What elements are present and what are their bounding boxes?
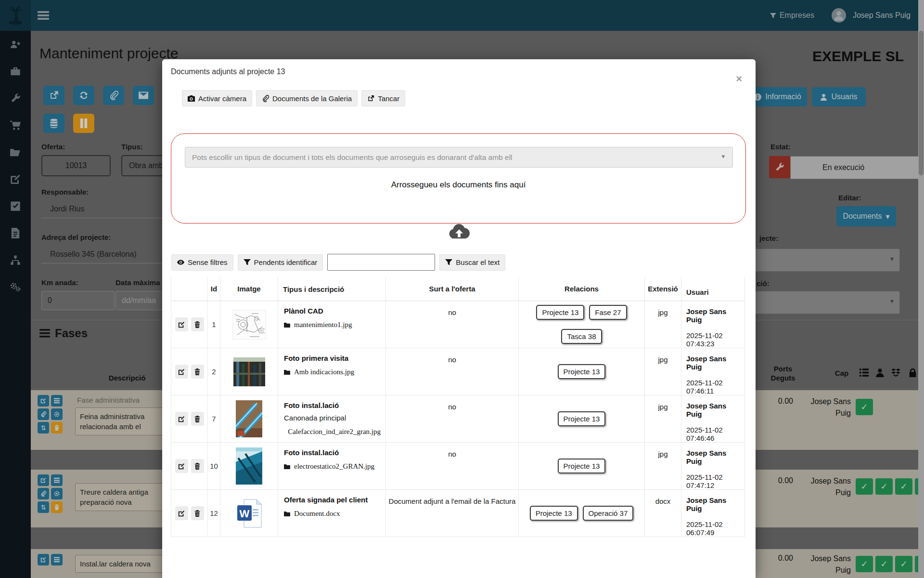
document-filename: Calefaccion_ind_aire2_gran.jpg bbox=[288, 428, 381, 436]
document-title: Plànol CAD bbox=[284, 307, 381, 315]
funnel-icon bbox=[244, 259, 251, 266]
row-id: 10 bbox=[208, 443, 220, 489]
select-placeholder: Pots escollir un tipus de document i tot… bbox=[185, 153, 513, 162]
surt-oferta-value: no bbox=[386, 348, 519, 395]
document-filename: mantenimiento1.jpg bbox=[294, 321, 352, 329]
table-row: 10 Foto instal.lació electroestatico2_GR… bbox=[171, 443, 745, 490]
table-row: 2 Foto primera visita Amb indicacions.jp… bbox=[171, 348, 745, 395]
relation-button[interactable]: Projecte 13 bbox=[558, 364, 606, 379]
edit-row-button[interactable] bbox=[175, 506, 188, 520]
header-id: Id bbox=[208, 277, 220, 301]
document-title: Foto instal.lació bbox=[284, 401, 381, 409]
buscar-el-text-button[interactable]: Buscar el text bbox=[439, 254, 505, 271]
extension-value: docx bbox=[645, 490, 681, 537]
folder-icon bbox=[284, 322, 290, 328]
relation-button[interactable]: Operació 37 bbox=[583, 506, 634, 521]
documents-galeria-button[interactable]: Documents de la Galeria bbox=[256, 90, 358, 106]
document-title: Foto primera visita bbox=[284, 354, 381, 362]
export-icon bbox=[367, 95, 374, 102]
document-thumbnail[interactable] bbox=[233, 357, 265, 386]
edit-row-button[interactable] bbox=[175, 365, 188, 379]
table-row: 12 W Oferta signada pel client Document.… bbox=[171, 490, 745, 537]
pendents-identificar-button[interactable]: Pendents identificar bbox=[238, 254, 323, 271]
edit-row-button[interactable] bbox=[175, 317, 188, 331]
paperclip-icon bbox=[262, 95, 269, 102]
surt-oferta-value: no bbox=[386, 443, 519, 489]
trash-icon bbox=[194, 463, 201, 470]
delete-row-button[interactable] bbox=[191, 317, 204, 331]
document-thumbnail[interactable] bbox=[236, 400, 262, 437]
trash-icon bbox=[194, 321, 201, 328]
folder-icon bbox=[284, 464, 290, 469]
document-type-select[interactable]: Pots escollir un tipus de document i tot… bbox=[185, 147, 733, 168]
header-tipus: Tipus i descripció bbox=[278, 277, 386, 301]
row-id: 2 bbox=[208, 348, 220, 395]
edit-row-button[interactable] bbox=[175, 459, 188, 473]
row-user-name: Josep Sans Puig bbox=[686, 402, 741, 418]
relation-button[interactable]: Projecte 13 bbox=[536, 305, 584, 320]
documents-table: Id Imatge Tipus i descripció Surt a l'of… bbox=[171, 277, 745, 537]
document-filename: Amb indicacions.jpg bbox=[294, 368, 354, 376]
document-thumbnail[interactable]: W bbox=[236, 499, 262, 528]
trash-icon bbox=[194, 510, 201, 517]
row-user-name: Josep Sans Puig bbox=[686, 307, 741, 324]
tancar-button[interactable]: Tancar bbox=[361, 90, 405, 106]
row-timestamp: 2025-11-02 07:46:46 bbox=[686, 426, 741, 442]
document-title: Oferta signada pel client bbox=[284, 496, 381, 504]
delete-row-button[interactable] bbox=[191, 365, 204, 379]
surt-oferta-value: Document adjunt a l'email de la Factura bbox=[386, 490, 519, 537]
pencil-square-icon bbox=[178, 368, 185, 375]
row-id: 7 bbox=[208, 395, 220, 442]
folder-icon bbox=[284, 369, 290, 375]
delete-row-button[interactable] bbox=[191, 506, 204, 520]
trash-icon bbox=[194, 368, 201, 375]
table-row: 7 Foto instal.lació Canonada principal C… bbox=[171, 395, 745, 443]
extension-value: jpg bbox=[645, 348, 681, 395]
pencil-square-icon bbox=[178, 321, 185, 328]
extension-value: jpg bbox=[645, 301, 681, 348]
row-timestamp: 2025-11-02 07:47:12 bbox=[686, 473, 741, 489]
delete-row-button[interactable] bbox=[191, 459, 204, 473]
sense-filtres-button[interactable]: Sense filtres bbox=[171, 254, 233, 271]
camera-icon bbox=[188, 95, 195, 102]
header-extensio: Extensió bbox=[645, 277, 681, 301]
upload-cloud-icon[interactable] bbox=[162, 223, 756, 239]
document-title: Foto instal.lació bbox=[284, 448, 381, 457]
surt-oferta-value: no bbox=[386, 301, 519, 348]
relations-cell: Projecte 13Operació 37 bbox=[519, 490, 645, 537]
document-thumbnail[interactable] bbox=[232, 310, 266, 340]
header-surt: Surt a l'oferta bbox=[386, 277, 519, 301]
pencil-square-icon bbox=[178, 510, 185, 517]
relation-button[interactable]: Fase 27 bbox=[589, 305, 627, 320]
extension-value: jpg bbox=[645, 395, 681, 442]
row-user-name: Josep Sans Puig bbox=[686, 496, 741, 512]
activar-camera-button[interactable]: Activar càmera bbox=[182, 90, 252, 106]
search-input[interactable] bbox=[327, 254, 435, 271]
relation-button[interactable]: Projecte 13 bbox=[530, 506, 578, 521]
delete-row-button[interactable] bbox=[191, 412, 204, 426]
row-id: 12 bbox=[208, 490, 220, 537]
header-relacions: Relacions bbox=[519, 277, 645, 301]
eye-icon bbox=[177, 259, 184, 266]
documents-modal: Documents adjunts al projecte 13 × Activ… bbox=[162, 59, 756, 578]
document-filename: electroestatico2_GRAN.jpg bbox=[294, 462, 374, 471]
row-user-name: Josep Sans Puig bbox=[686, 355, 741, 371]
row-timestamp: 2025-11-02 07:46:11 bbox=[686, 379, 741, 395]
surt-oferta-value: no bbox=[386, 395, 519, 442]
document-description: Canonada principal bbox=[284, 414, 381, 422]
row-timestamp: 2025-11-02 07:43:23 bbox=[686, 331, 741, 348]
document-dropzone[interactable]: Pots escollir un tipus de document i tot… bbox=[171, 133, 746, 223]
folder-icon bbox=[284, 511, 290, 516]
row-id: 1 bbox=[208, 301, 220, 348]
document-thumbnail[interactable] bbox=[236, 447, 262, 485]
relation-button[interactable]: Projecte 13 bbox=[558, 411, 606, 426]
documents-table-body: 1 Plànol CAD mantenimiento1.jpg no Proje… bbox=[171, 301, 745, 537]
row-user-name: Josep Sans Puig bbox=[686, 449, 741, 465]
caret-down-icon: ▾ bbox=[721, 153, 725, 160]
relation-button[interactable]: Tasca 38 bbox=[561, 329, 602, 344]
svg-text:W: W bbox=[239, 508, 249, 520]
relations-cell: Projecte 13 bbox=[519, 395, 645, 442]
close-icon[interactable]: × bbox=[736, 74, 742, 84]
relation-button[interactable]: Projecte 13 bbox=[558, 459, 606, 473]
edit-row-button[interactable] bbox=[175, 412, 188, 426]
